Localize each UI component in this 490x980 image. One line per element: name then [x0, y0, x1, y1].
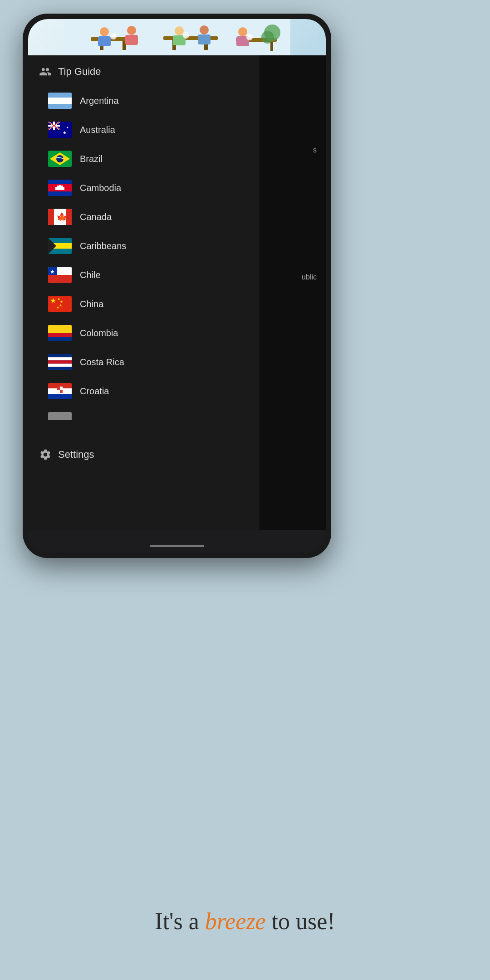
svg-text:★: ★ — [56, 305, 59, 309]
list-item[interactable]: Argentina — [28, 86, 260, 115]
svg-rect-81 — [48, 412, 72, 420]
list-item[interactable]: Croatia — [28, 377, 260, 406]
home-indicator — [150, 545, 204, 547]
svg-rect-43 — [57, 186, 63, 190]
country-name-china: China — [80, 299, 103, 309]
svg-point-19 — [261, 31, 274, 44]
country-name-australia: Australia — [80, 125, 115, 135]
list-item[interactable]: ★ ★ ★ ★ ★ China — [28, 289, 260, 318]
svg-point-27 — [58, 98, 62, 103]
svg-rect-48 — [48, 209, 54, 225]
list-item[interactable]: Costa Rica — [28, 348, 260, 377]
illustration-area — [28, 19, 326, 55]
svg-point-23 — [246, 34, 253, 40]
flag-canada: 🍁 — [48, 209, 72, 225]
flag-australia: ★ ★ — [48, 122, 72, 138]
country-name-argentina: Argentina — [80, 96, 119, 106]
svg-rect-15 — [198, 34, 211, 44]
behind-text-2: ublic — [302, 273, 317, 281]
tagline-suffix: to use! — [266, 908, 335, 934]
country-list: Argentina — [28, 86, 260, 439]
country-name-brazil: Brazil — [80, 154, 103, 164]
tagline-prefix: It's a — [155, 908, 205, 934]
svg-text:★: ★ — [59, 304, 62, 308]
svg-point-12 — [175, 26, 184, 35]
country-name-cambodia: Cambodia — [80, 183, 121, 193]
svg-rect-25 — [48, 98, 72, 103]
svg-rect-56 — [48, 275, 72, 283]
phone-screen: Tip Guide Argentina — [28, 19, 326, 553]
list-item[interactable]: Cambodia — [28, 173, 260, 202]
svg-rect-45 — [55, 187, 57, 190]
list-item[interactable]: Caribbeans — [28, 231, 260, 260]
drawer-overlay: s ublic — [260, 55, 326, 530]
svg-rect-68 — [48, 354, 72, 357]
flag-costa-rica — [48, 354, 72, 370]
svg-text:★: ★ — [50, 269, 55, 275]
svg-rect-69 — [48, 357, 72, 360]
list-item[interactable]: ★ Chile — [28, 260, 260, 289]
svg-point-40 — [56, 155, 64, 162]
behind-text-1: s — [313, 146, 317, 154]
flag-argentina — [48, 93, 72, 109]
svg-rect-24 — [48, 93, 72, 98]
country-name-canada: Canada — [80, 212, 112, 222]
flag-cambodia — [48, 180, 72, 196]
svg-rect-20 — [270, 42, 273, 51]
svg-point-21 — [110, 33, 117, 39]
tip-guide-icon — [39, 65, 52, 78]
country-name-costa-rica: Costa Rica — [80, 357, 124, 368]
svg-rect-79 — [57, 390, 60, 393]
flag-chile: ★ — [48, 267, 72, 283]
flag-brazil — [48, 151, 72, 167]
svg-rect-78 — [60, 387, 63, 390]
svg-text:★: ★ — [63, 130, 67, 135]
country-name-caribbeans: Caribbeans — [80, 241, 126, 251]
tagline-accent: breeze — [205, 908, 266, 934]
flag-croatia — [48, 383, 72, 399]
svg-rect-66 — [48, 333, 72, 337]
country-name-croatia: Croatia — [80, 386, 109, 397]
svg-text:★: ★ — [50, 297, 56, 304]
list-item[interactable]: ★ ★ Australia — [28, 115, 260, 144]
restaurant-illustration — [28, 19, 326, 55]
list-item-partial[interactable] — [28, 406, 260, 435]
svg-point-14 — [200, 25, 209, 34]
svg-rect-70 — [48, 360, 72, 363]
settings-label: Settings — [58, 449, 94, 461]
svg-rect-77 — [57, 387, 60, 390]
nav-drawer: Tip Guide Argentina — [28, 55, 260, 530]
svg-text:🍁: 🍁 — [56, 212, 68, 223]
list-item[interactable]: Brazil — [28, 144, 260, 173]
svg-rect-26 — [48, 103, 72, 109]
list-item[interactable]: 🍁 Canada — [28, 202, 260, 231]
flag-china: ★ ★ ★ ★ ★ — [48, 296, 72, 312]
svg-point-8 — [100, 27, 109, 36]
svg-rect-75 — [48, 394, 72, 399]
settings-icon — [39, 448, 52, 461]
svg-rect-80 — [60, 390, 63, 393]
tagline: It's a breeze to use! — [0, 908, 490, 935]
list-item[interactable]: Colombia — [28, 318, 260, 348]
svg-point-16 — [238, 27, 247, 36]
svg-rect-71 — [48, 364, 72, 367]
svg-text:★: ★ — [66, 126, 69, 129]
svg-point-22 — [183, 32, 189, 39]
svg-rect-11 — [125, 35, 138, 45]
flag-partial — [48, 412, 72, 428]
flag-caribbeans — [48, 238, 72, 254]
svg-rect-9 — [98, 36, 111, 46]
tip-guide-label: Tip Guide — [58, 66, 101, 78]
flag-colombia — [48, 325, 72, 341]
svg-rect-67 — [48, 337, 72, 341]
svg-rect-46 — [63, 187, 64, 190]
phone-shell: Tip Guide Argentina — [23, 14, 331, 558]
tip-guide-header[interactable]: Tip Guide — [28, 55, 260, 86]
settings-item[interactable]: Settings — [28, 439, 260, 470]
country-name-colombia: Colombia — [80, 328, 118, 338]
svg-point-10 — [127, 26, 136, 35]
svg-rect-65 — [48, 325, 72, 333]
svg-rect-72 — [48, 367, 72, 370]
country-name-chile: Chile — [80, 270, 101, 280]
